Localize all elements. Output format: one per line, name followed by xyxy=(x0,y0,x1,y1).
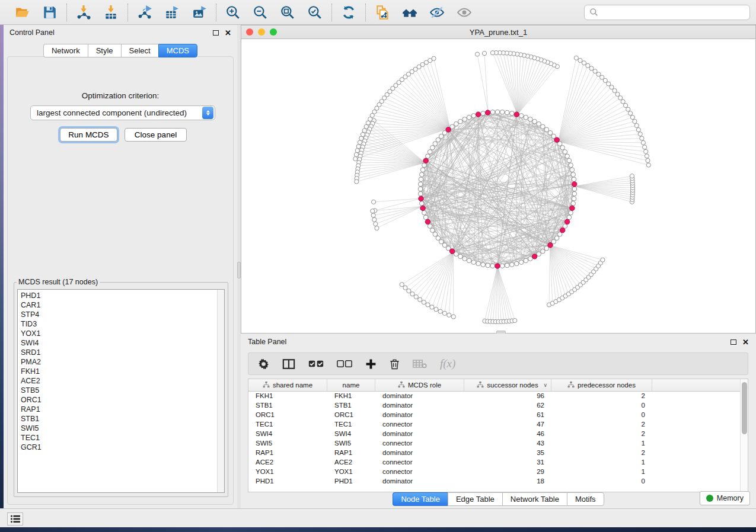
mcds-result-scrollbar[interactable] xyxy=(217,290,224,492)
network-window-titlebar[interactable]: YPA_prune.txt_1 xyxy=(241,25,755,39)
graph-node-dominator[interactable] xyxy=(425,219,430,224)
close-panel-icon[interactable]: ✕ xyxy=(225,29,231,37)
first-neighbors-icon[interactable] xyxy=(401,4,419,21)
graph-node[interactable] xyxy=(572,191,577,196)
graph-node[interactable] xyxy=(636,127,640,132)
graph-node[interactable] xyxy=(481,111,486,116)
zoom-fit-icon[interactable] xyxy=(279,4,296,21)
create-column-icon[interactable] xyxy=(365,358,377,370)
graph-node[interactable] xyxy=(418,182,423,187)
graph-node[interactable] xyxy=(467,115,471,120)
graph-node[interactable] xyxy=(613,88,617,92)
tab-network-table[interactable]: Network Table xyxy=(502,492,567,506)
graph-node[interactable] xyxy=(645,154,649,158)
graph-node[interactable] xyxy=(615,92,620,96)
graph-node[interactable] xyxy=(414,294,418,299)
graph-node[interactable] xyxy=(640,136,644,140)
graph-node[interactable] xyxy=(572,187,577,191)
table-row[interactable]: STB1STB1dominator620 xyxy=(248,401,740,411)
graph-node[interactable] xyxy=(436,236,441,241)
tab-style[interactable]: Style xyxy=(88,44,121,57)
graph-node[interactable] xyxy=(371,209,375,213)
column-header-shared-name[interactable]: shared name xyxy=(248,379,327,391)
column-header-MCDS-role[interactable]: MCDS role xyxy=(375,379,464,391)
graph-node[interactable] xyxy=(355,180,359,184)
optimization-criterion-select[interactable]: largest connected component (undirected) xyxy=(30,105,215,120)
graph-node[interactable] xyxy=(524,258,528,263)
graph-node[interactable] xyxy=(500,264,505,268)
graph-node-dominator[interactable] xyxy=(564,219,569,224)
graph-node[interactable] xyxy=(541,124,546,129)
table-settings-icon[interactable] xyxy=(258,358,269,370)
graph-node[interactable] xyxy=(436,137,441,142)
column-header-predecessor-nodes[interactable]: predecessor nodes xyxy=(551,379,652,391)
mcds-result-item[interactable]: ACE2 xyxy=(21,376,214,386)
graph-node[interactable] xyxy=(586,63,590,68)
graph-node[interactable] xyxy=(439,134,444,139)
graph-node[interactable] xyxy=(481,262,486,267)
graph-node[interactable] xyxy=(563,150,567,155)
export-table-icon[interactable] xyxy=(163,4,181,21)
graph-node[interactable] xyxy=(490,264,495,268)
graph-node-dominator[interactable] xyxy=(476,112,480,117)
graph-node[interactable] xyxy=(505,263,509,268)
float-panel-icon[interactable] xyxy=(731,339,736,345)
table-row[interactable]: PHD1PHD1dominator180 xyxy=(248,477,740,486)
graph-node[interactable] xyxy=(442,311,446,315)
graph-node[interactable] xyxy=(372,200,376,204)
graph-node[interactable] xyxy=(403,286,407,290)
graph-node[interactable] xyxy=(420,168,425,172)
mcds-result-item[interactable]: ORC1 xyxy=(21,395,214,405)
graph-node[interactable] xyxy=(644,149,648,153)
graph-node-dominator[interactable] xyxy=(419,196,423,201)
graph-node[interactable] xyxy=(451,315,455,319)
float-panel-icon[interactable] xyxy=(213,30,219,36)
mcds-result-item[interactable]: PHD1 xyxy=(21,291,214,300)
graph-node[interactable] xyxy=(589,66,594,70)
graph-node[interactable] xyxy=(471,260,476,265)
graph-node[interactable] xyxy=(447,313,451,317)
graph-node[interactable] xyxy=(428,150,432,155)
mcds-result-item[interactable]: FKH1 xyxy=(21,367,214,376)
graph-node[interactable] xyxy=(528,117,533,122)
graph-node[interactable] xyxy=(646,163,650,167)
graph-node[interactable] xyxy=(519,260,524,265)
graph-node[interactable] xyxy=(422,210,427,215)
graph-node[interactable] xyxy=(571,172,576,177)
show-columns-icon[interactable] xyxy=(282,358,295,370)
graph-node[interactable] xyxy=(423,215,428,220)
mcds-result-item[interactable]: YOX1 xyxy=(21,329,214,338)
graph-node[interactable] xyxy=(353,156,358,161)
column-header-successor-nodes[interactable]: successor nodes∨ xyxy=(464,379,551,391)
graph-node[interactable] xyxy=(638,132,642,136)
graph-node-dominator[interactable] xyxy=(532,254,537,259)
graph-node[interactable] xyxy=(646,158,650,162)
tab-motifs[interactable]: Motifs xyxy=(567,492,604,506)
graph-node[interactable] xyxy=(601,258,605,262)
graph-node-dominator[interactable] xyxy=(514,112,519,117)
graph-node-dominator[interactable] xyxy=(495,264,500,268)
refresh-layout-icon[interactable] xyxy=(340,4,358,21)
select-all-columns-icon[interactable] xyxy=(308,360,324,368)
graph-node[interactable] xyxy=(634,123,639,127)
graph-node[interactable] xyxy=(572,196,576,201)
graph-node[interactable] xyxy=(570,168,575,172)
graph-node[interactable] xyxy=(537,121,541,126)
import-network-icon[interactable] xyxy=(75,4,92,21)
graph-node[interactable] xyxy=(418,187,423,191)
graph-node[interactable] xyxy=(439,239,444,244)
table-row[interactable]: TEC1TEC1connector472 xyxy=(248,420,740,430)
tab-network[interactable]: Network xyxy=(43,44,88,57)
table-row[interactable]: SWI5SWI5connector431 xyxy=(248,439,740,448)
function-builder-icon[interactable]: f(x) xyxy=(440,357,455,370)
graph-node[interactable] xyxy=(643,145,647,149)
graph-node[interactable] xyxy=(495,110,500,114)
graph-node[interactable] xyxy=(618,96,623,100)
graph-node[interactable] xyxy=(475,52,479,56)
graph-node[interactable] xyxy=(541,249,546,254)
graph-node[interactable] xyxy=(430,305,434,309)
graph-node[interactable] xyxy=(626,107,630,111)
graph-node[interactable] xyxy=(569,163,573,168)
graph-node[interactable] xyxy=(574,56,578,60)
graph-node[interactable] xyxy=(430,146,435,150)
